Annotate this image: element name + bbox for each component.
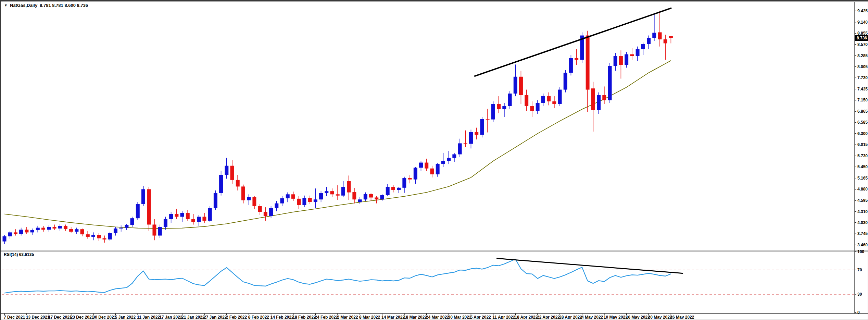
candle-body (319, 193, 323, 199)
candle-body (280, 198, 284, 204)
candle-body (647, 38, 651, 44)
date-axis-label: 26 May 2022 (670, 315, 694, 320)
current-price-badge: 8.736 (855, 35, 868, 41)
candle-body (419, 163, 423, 168)
price-axis-label: 7.150 (857, 98, 868, 102)
date-axis-label: 11 Apr 2022 (492, 315, 515, 320)
candle-body (314, 199, 317, 202)
candle-body (414, 168, 417, 179)
price-axis-label: 4.030 (857, 220, 868, 225)
date-axis-label: 22 Apr 2022 (537, 315, 560, 320)
candle-body (352, 192, 356, 199)
price-axis-label: 9.140 (857, 20, 868, 25)
ohlc-readout: 8.781 8.781 8.600 8.736 (40, 3, 88, 8)
price-axis-label: 4.880 (857, 187, 868, 192)
candle-body (591, 88, 595, 110)
candle-body (575, 58, 578, 60)
price-axis-label: 6.300 (857, 131, 868, 136)
candle-body (214, 193, 217, 208)
date-axis-label: 18 Mar 2022 (404, 315, 427, 320)
candle-body (564, 73, 567, 89)
candle-body (258, 206, 262, 212)
candle-body (141, 189, 145, 204)
candle-body (114, 229, 117, 233)
candle-body (25, 230, 28, 232)
date-axis-label: 18 Apr 2022 (515, 315, 538, 320)
candle-body (169, 214, 173, 219)
candle-body (297, 199, 301, 205)
candle-body (125, 225, 128, 228)
date-axis-label: 28 Apr 2022 (559, 315, 582, 320)
date-axis-label: 14 Feb 2022 (271, 315, 294, 320)
price-axis-label: 8.570 (857, 42, 868, 47)
candle-body (408, 178, 412, 180)
date-axis-label: 5 Jan 2022 (115, 315, 136, 320)
rsi-trendline (496, 258, 683, 273)
candle-body (302, 198, 306, 205)
candle-body (80, 229, 84, 234)
candle-body (341, 187, 345, 196)
candle-body (91, 235, 95, 237)
candle-body (130, 218, 134, 225)
candle-body (275, 204, 278, 208)
candle-body (3, 236, 7, 242)
date-axis-label: 11 Jan 2022 (137, 315, 160, 320)
candle-body (330, 191, 334, 194)
symbol-dropdown-icon[interactable]: ▼ (4, 3, 8, 8)
candle-body (175, 214, 178, 217)
candle-body (502, 106, 506, 109)
candle-body (486, 119, 490, 120)
candle-body (530, 106, 534, 111)
candle-body (541, 96, 545, 103)
candle-body (458, 143, 462, 154)
candle-body (464, 143, 467, 144)
candle-body (308, 198, 312, 202)
candle-body (164, 219, 167, 227)
candle-body (664, 39, 667, 43)
candle-body (191, 219, 195, 222)
candle-body (219, 175, 223, 193)
price-axis-label: 6.585 (857, 120, 868, 125)
candle-body (497, 104, 501, 109)
date-axis-label: 21 Jan 2022 (181, 315, 204, 320)
date-axis-label: 8 Mar 2022 (359, 315, 380, 320)
candle-body (536, 103, 540, 111)
price-axis-label: 4.310 (857, 209, 868, 214)
price-axis-label: 7.435 (857, 87, 868, 91)
candle-body (14, 232, 17, 234)
candle-body (447, 158, 451, 161)
moving-average-line (4, 61, 671, 229)
price-axis-label: 5.165 (857, 176, 868, 181)
date-axis-label: 2 Mar 2022 (337, 315, 358, 320)
chart-title-bar: ▼ NatGas,Daily 8.781 8.781 8.600 8.736 (4, 3, 88, 8)
candle-body (436, 164, 440, 174)
price-axis-label: 7.720 (857, 75, 868, 80)
date-axis-label: 18 Feb 2022 (292, 315, 316, 320)
candle-body (86, 234, 90, 237)
candle-body (69, 229, 73, 232)
candle-body (41, 228, 45, 230)
candle-body (441, 161, 445, 164)
date-axis-label: 8 Feb 2022 (248, 315, 269, 320)
date-axis-label: 4 May 2022 (581, 315, 603, 320)
date-axis-label: 2 Feb 2022 (226, 315, 247, 320)
date-axis-label: 16 May 2022 (626, 315, 650, 320)
candle-body (225, 166, 228, 175)
candle-body (491, 104, 495, 120)
candle-body (636, 49, 640, 56)
candle-body (30, 230, 34, 232)
candle-body (52, 227, 56, 229)
candle-body (180, 213, 184, 217)
candle-body (252, 197, 256, 206)
candle-body (236, 180, 240, 186)
candle-body (397, 188, 401, 190)
candle-body (597, 95, 601, 110)
candle-body (602, 95, 606, 100)
candle-body (241, 186, 245, 200)
price-axis-label: 8.005 (857, 64, 868, 69)
date-axis-label: 23 Dec 2021 (71, 315, 94, 320)
candle-body (19, 230, 23, 234)
candle-body (630, 54, 634, 56)
price-axis-label: 8.285 (857, 53, 868, 58)
candle-body (369, 194, 373, 197)
